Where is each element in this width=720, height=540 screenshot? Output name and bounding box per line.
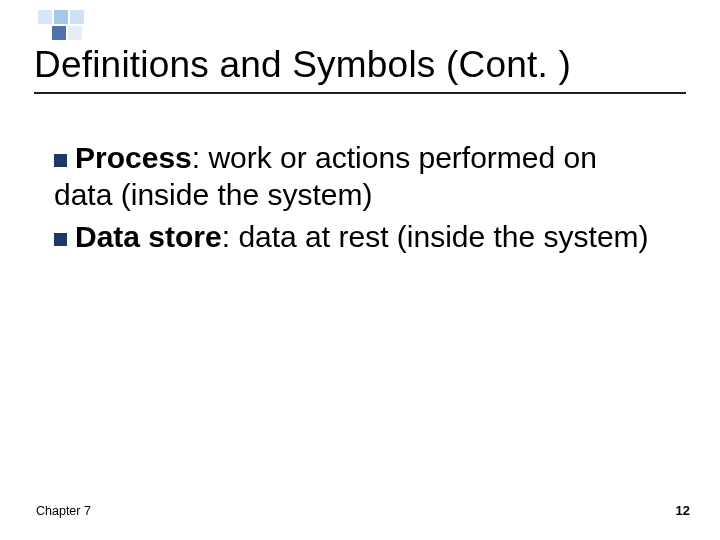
- footer-chapter: Chapter 7: [36, 504, 91, 518]
- list-item: Process: work or actions performed on da…: [54, 140, 660, 213]
- title-area: Definitions and Symbols (Cont. ): [34, 44, 686, 94]
- body-text: Process: work or actions performed on da…: [54, 140, 660, 262]
- footer-page-number: 12: [676, 503, 690, 518]
- slide-title: Definitions and Symbols (Cont. ): [34, 44, 686, 86]
- corner-decoration-row2: [52, 26, 82, 40]
- term: Process: [75, 141, 192, 174]
- term: Data store: [75, 220, 222, 253]
- decor-square: [70, 10, 84, 24]
- title-underline: [34, 92, 686, 94]
- decor-square: [54, 10, 68, 24]
- square-bullet-icon: [54, 233, 67, 246]
- decor-square: [52, 26, 66, 40]
- decor-square: [68, 26, 82, 40]
- definition-text: : data at rest (inside the system): [222, 220, 649, 253]
- slide: Definitions and Symbols (Cont. ) Process…: [0, 0, 720, 540]
- square-bullet-icon: [54, 154, 67, 167]
- list-item: Data store: data at rest (inside the sys…: [54, 219, 660, 256]
- decor-square: [38, 10, 52, 24]
- corner-decoration: [38, 10, 84, 24]
